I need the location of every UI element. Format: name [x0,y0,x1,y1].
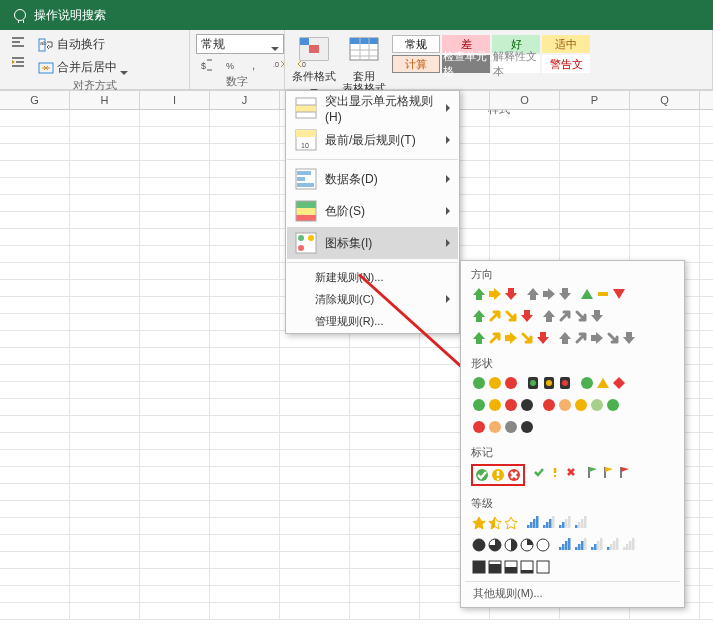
cell[interactable] [70,552,140,569]
cell[interactable] [630,195,700,212]
cell[interactable] [630,110,700,127]
cell[interactable] [700,280,713,297]
cell[interactable] [700,127,713,144]
cell[interactable] [490,212,560,229]
cell[interactable] [280,501,350,518]
cell[interactable] [630,144,700,161]
cell[interactable] [210,263,280,280]
menu-data-bars[interactable]: 数据条(D) [287,163,458,195]
cell[interactable] [350,399,420,416]
iconset-3arrows-gray[interactable] [525,286,573,302]
cell[interactable] [350,348,420,365]
cell[interactable] [70,110,140,127]
cell[interactable] [700,416,713,433]
iconset-3arrows[interactable] [471,286,519,302]
iconset-4arrows-gray[interactable] [541,308,605,324]
menu-highlight-rules[interactable]: 突出显示单元格规则(H) [287,92,458,124]
cell[interactable] [700,212,713,229]
menu-clear-rules[interactable]: 清除规则(C) [287,288,458,310]
cell[interactable] [70,127,140,144]
cell[interactable] [210,535,280,552]
cell[interactable] [0,161,70,178]
cell[interactable] [0,144,70,161]
column-header[interactable]: Q [630,91,700,109]
cell[interactable] [70,365,140,382]
cell[interactable] [210,314,280,331]
percent-button[interactable]: % [220,56,242,74]
cell[interactable] [0,552,70,569]
cell[interactable] [0,382,70,399]
cell[interactable] [140,569,210,586]
cell[interactable] [70,382,140,399]
cell[interactable] [700,144,713,161]
cell[interactable] [0,348,70,365]
cell[interactable] [630,161,700,178]
cell[interactable] [210,399,280,416]
cell[interactable] [140,280,210,297]
cell[interactable] [0,195,70,212]
cell[interactable] [210,552,280,569]
cell[interactable] [0,518,70,535]
column-header[interactable]: I [140,91,210,109]
cell[interactable] [490,161,560,178]
iconset-4trafficlights[interactable] [471,397,535,413]
cell[interactable] [350,501,420,518]
cell[interactable] [700,501,713,518]
cell[interactable] [0,314,70,331]
cell[interactable] [140,331,210,348]
cell[interactable] [700,161,713,178]
iconset-redtoblack[interactable] [541,397,621,413]
conditional-formatting-button[interactable]: 条件格式 [291,34,337,90]
cell[interactable] [350,382,420,399]
cell[interactable] [280,433,350,450]
cell[interactable] [280,450,350,467]
cell[interactable] [280,552,350,569]
comma-button[interactable]: , [244,56,266,74]
tell-me-text[interactable]: 操作说明搜索 [34,7,106,24]
cell[interactable] [700,552,713,569]
cell[interactable] [70,348,140,365]
cell[interactable] [0,501,70,518]
cell[interactable] [210,603,280,620]
cell[interactable] [140,348,210,365]
cell[interactable] [70,314,140,331]
cell[interactable] [490,178,560,195]
cell[interactable] [210,586,280,603]
cell[interactable] [490,127,560,144]
cell[interactable] [560,229,630,246]
cell[interactable] [700,110,713,127]
cell[interactable] [280,484,350,501]
cell[interactable] [210,484,280,501]
cell[interactable] [350,484,420,501]
cell[interactable] [210,467,280,484]
cell[interactable] [350,535,420,552]
cell[interactable] [0,399,70,416]
cell[interactable] [0,569,70,586]
cell[interactable] [70,603,140,620]
cell[interactable] [210,518,280,535]
cell[interactable] [700,586,713,603]
cell[interactable] [140,178,210,195]
cell[interactable] [0,467,70,484]
cell[interactable] [140,603,210,620]
cell[interactable] [0,246,70,263]
cell[interactable] [70,178,140,195]
cell[interactable] [210,569,280,586]
cell[interactable] [700,450,713,467]
cell[interactable] [0,416,70,433]
iconset-3stars[interactable] [471,515,519,531]
cell[interactable] [140,586,210,603]
cell[interactable] [210,450,280,467]
cell[interactable] [700,246,713,263]
wrap-text-button[interactable]: ab 自动换行 [34,34,132,55]
align-top-button[interactable] [6,34,30,52]
cell[interactable] [140,314,210,331]
cell[interactable] [210,195,280,212]
cell[interactable] [140,212,210,229]
iconset-5boxes[interactable] [471,559,551,575]
cell[interactable] [700,348,713,365]
cell[interactable] [560,161,630,178]
cell[interactable] [0,365,70,382]
cell[interactable] [350,365,420,382]
cell[interactable] [700,433,713,450]
